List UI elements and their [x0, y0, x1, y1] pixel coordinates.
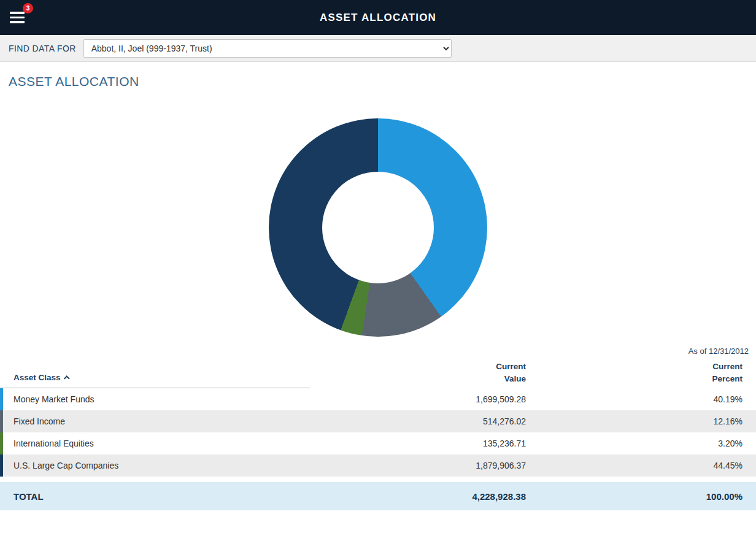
page-title: ASSET ALLOCATION: [320, 12, 436, 24]
cell-current-value: 135,236.71: [310, 439, 526, 448]
total-current-value: 4,228,928.38: [310, 491, 526, 502]
table-row: U.S. Large Cap Companies 1,879,906.37 44…: [0, 454, 756, 477]
donut-chart-hole: [322, 172, 434, 283]
cell-current-value: 514,276.02: [310, 416, 526, 426]
find-data-label: FIND DATA FOR: [9, 44, 76, 53]
menu-icon-bar: [10, 21, 25, 23]
cell-current-value: 1,879,906.37: [310, 461, 526, 470]
table-total-row: TOTAL 4,228,928.38 100.00%: [0, 482, 756, 510]
section-title: ASSET ALLOCATION: [9, 74, 756, 89]
cell-current-percent: 40.19%: [526, 394, 756, 404]
cell-current-percent: 3.20%: [526, 439, 756, 448]
column-header-asset-class[interactable]: Asset Class: [0, 373, 310, 388]
row-color-indicator: [0, 454, 3, 477]
cell-current-value: 1,699,509.28: [310, 394, 526, 404]
table-row: Money Market Funds 1,699,509.28 40.19%: [0, 388, 756, 410]
column-header-current-percent-line2: Percent: [526, 373, 742, 385]
top-app-bar: 3 ASSET ALLOCATION: [0, 0, 756, 35]
table-row: Fixed Income 514,276.02 12.16%: [0, 410, 756, 432]
column-header-current-value-line2: Value: [310, 373, 526, 385]
total-current-percent: 100.00%: [526, 491, 756, 502]
menu-icon-bar: [10, 17, 25, 19]
cell-asset-class: Money Market Funds: [0, 394, 310, 404]
cell-current-percent: 44.45%: [526, 461, 756, 470]
cell-current-percent: 12.16%: [526, 416, 756, 426]
cell-asset-class: U.S. Large Cap Companies: [0, 461, 310, 470]
table-header-row: Asset Class Current Value Current Percen…: [0, 361, 756, 388]
column-header-current-percent[interactable]: Current Percent: [526, 361, 756, 388]
find-data-select[interactable]: Abbot, II, Joel (999-1937, Trust): [83, 39, 452, 58]
row-color-indicator: [0, 388, 3, 410]
menu-icon-bar: [10, 12, 25, 14]
column-header-asset-class-label: Asset Class: [14, 373, 61, 382]
total-label: TOTAL: [0, 491, 310, 502]
column-header-current-value[interactable]: Current Value: [310, 361, 526, 388]
asset-allocation-table: Asset Class Current Value Current Percen…: [0, 361, 756, 510]
row-color-indicator: [0, 410, 3, 432]
menu-icon[interactable]: 3: [10, 9, 28, 26]
column-header-current-value-line1: Current: [310, 361, 526, 373]
as-of-date: As of 12/31/2012: [0, 347, 756, 356]
cell-asset-class: Fixed Income: [0, 416, 310, 426]
row-color-indicator: [0, 432, 3, 454]
cell-asset-class: International Equities: [0, 439, 310, 448]
sort-ascending-icon: [63, 375, 69, 381]
donut-chart: [269, 118, 487, 337]
column-header-current-percent-line1: Current: [526, 361, 742, 373]
find-data-bar: FIND DATA FOR Abbot, II, Joel (999-1937,…: [0, 35, 756, 62]
chart-area: [0, 118, 756, 337]
notification-badge[interactable]: 3: [23, 3, 33, 13]
table-row: International Equities 135,236.71 3.20%: [0, 432, 756, 454]
